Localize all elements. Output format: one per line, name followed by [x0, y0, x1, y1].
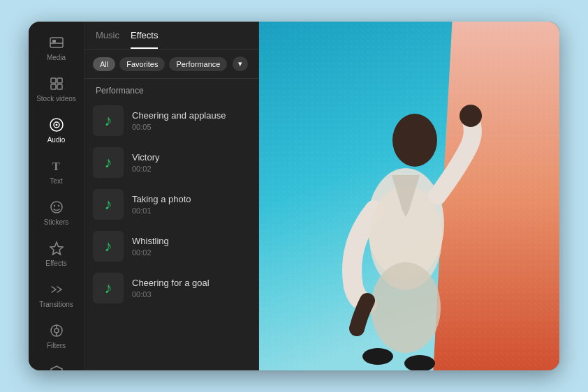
panel-tabs: Music Effects	[84, 22, 258, 50]
audio-title-2: Victory	[132, 152, 160, 163]
effects-icon	[48, 240, 65, 257]
svg-rect-4	[57, 78, 62, 83]
audio-duration-5: 00:03	[132, 290, 210, 299]
sidebar-item-effects[interactable]: Effects	[29, 233, 84, 274]
music-note-icon-5: ♪	[105, 279, 112, 297]
filter-bar: All Favorites Performance ▾	[84, 50, 258, 79]
stickers-icon	[48, 199, 65, 216]
svg-rect-1	[52, 40, 56, 43]
filter-more-button[interactable]: ▾	[233, 56, 248, 71]
audio-title-1: Cheering and applause	[132, 110, 226, 121]
sidebar-label-text: Text	[50, 177, 62, 185]
svg-rect-0	[50, 38, 63, 47]
filter-performance[interactable]: Performance	[169, 57, 227, 71]
svg-point-23	[371, 262, 441, 353]
preview-image	[259, 22, 559, 370]
sidebar-label-media: Media	[47, 54, 66, 61]
section-label-performance: Performance	[84, 79, 258, 100]
text-icon: T	[48, 158, 65, 174]
svg-point-11	[51, 202, 62, 213]
filters-icon	[48, 322, 65, 339]
audio-thumb-5: ♪	[93, 273, 124, 303]
sidebar-label-stock-videos: Stock videos	[36, 95, 76, 103]
svg-point-9	[55, 124, 57, 126]
audio-title-3: Taking a photo	[132, 194, 191, 204]
audio-info-2: Victory 00:02	[132, 152, 160, 173]
audio-list: ♪ Cheering and applause 00:05 ♪ Victory …	[84, 100, 258, 370]
audio-info-4: Whistling 00:02	[132, 236, 169, 257]
svg-rect-3	[51, 78, 56, 83]
sidebar-item-transitions[interactable]: Transitions	[29, 274, 84, 315]
audio-item-5[interactable]: ♪ Cheering for a goal 00:03	[84, 267, 258, 309]
sidebar-item-text[interactable]: T Text	[29, 151, 84, 192]
svg-point-12	[53, 205, 54, 206]
audio-info-5: Cheering for a goal 00:03	[132, 278, 210, 299]
audio-thumb-2: ♪	[93, 147, 124, 178]
svg-rect-6	[57, 84, 62, 89]
audio-panel: Music Effects All Favorites Performance …	[84, 22, 259, 370]
svg-point-21	[460, 105, 482, 127]
audio-item-2[interactable]: ♪ Victory 00:02	[84, 142, 258, 183]
svg-point-13	[57, 205, 59, 206]
svg-point-16	[54, 329, 59, 333]
sidebar: Media Stock videos	[29, 22, 84, 370]
svg-rect-5	[51, 84, 56, 89]
sidebar-label-transitions: Transitions	[39, 301, 73, 308]
music-note-icon-4: ♪	[105, 237, 112, 255]
preview-area	[259, 22, 559, 370]
svg-point-20	[392, 114, 437, 167]
music-note-icon-2: ♪	[105, 153, 112, 172]
audio-icon	[48, 116, 65, 133]
audio-item-4[interactable]: ♪ Whistling 00:02	[84, 225, 258, 267]
audio-duration-4: 00:02	[132, 248, 169, 257]
svg-text:T: T	[52, 160, 60, 172]
audio-info-1: Cheering and applause 00:05	[132, 110, 226, 131]
transitions-icon	[48, 281, 65, 298]
sidebar-item-stock-videos[interactable]: Stock videos	[29, 68, 84, 110]
sidebar-label-filters: Filters	[47, 342, 66, 349]
media-icon	[48, 34, 65, 51]
sidebar-item-media[interactable]: Media	[29, 27, 84, 68]
audio-info-3: Taking a photo 00:01	[132, 194, 191, 215]
tab-music[interactable]: Music	[96, 30, 119, 49]
library-icon	[48, 363, 65, 370]
audio-thumb-4: ♪	[93, 231, 124, 262]
sidebar-label-effects: Effects	[45, 259, 66, 267]
tab-effects[interactable]: Effects	[131, 30, 159, 49]
filter-favorites[interactable]: Favorites	[119, 57, 165, 71]
audio-item-3[interactable]: ♪ Taking a photo 00:01	[84, 183, 258, 225]
sidebar-item-filters[interactable]: Filters	[29, 315, 84, 356]
music-note-icon-1: ♪	[105, 112, 112, 130]
audio-title-5: Cheering for a goal	[132, 278, 210, 288]
sidebar-label-audio: Audio	[47, 136, 66, 144]
stock-videos-icon	[48, 75, 65, 92]
audio-item-1[interactable]: ♪ Cheering and applause 00:05	[84, 100, 258, 142]
sidebar-item-library[interactable]: Library	[29, 356, 84, 370]
audio-thumb-1: ♪	[93, 105, 124, 136]
app-window: Media Stock videos	[29, 22, 559, 370]
svg-point-25	[404, 355, 435, 370]
music-note-icon-3: ♪	[105, 195, 112, 213]
filter-all[interactable]: All	[93, 57, 115, 71]
sidebar-item-audio[interactable]: Audio	[29, 110, 84, 151]
svg-marker-14	[50, 242, 63, 255]
sidebar-item-stickers[interactable]: Stickers	[29, 192, 84, 233]
audio-duration-1: 00:05	[132, 123, 226, 131]
svg-point-24	[362, 348, 393, 365]
audio-title-4: Whistling	[132, 236, 169, 246]
sidebar-label-stickers: Stickers	[44, 218, 69, 226]
audio-duration-3: 00:01	[132, 206, 191, 215]
audio-thumb-3: ♪	[93, 189, 124, 220]
audio-duration-2: 00:02	[132, 165, 160, 173]
main-area: Media Stock videos	[29, 22, 559, 370]
